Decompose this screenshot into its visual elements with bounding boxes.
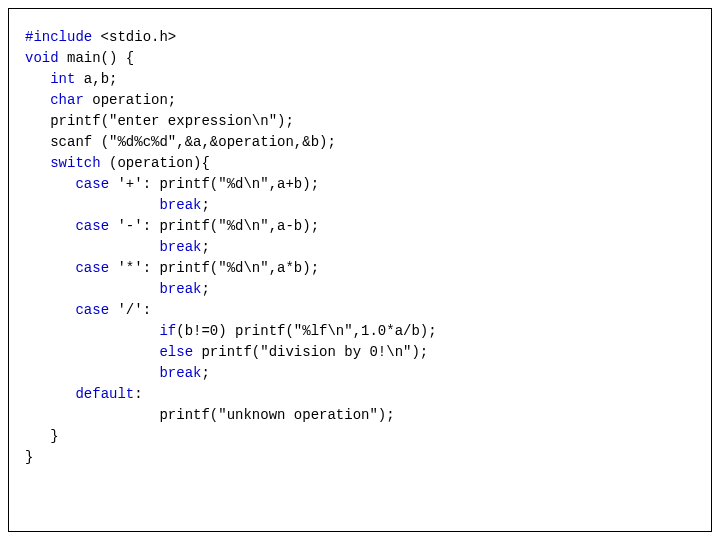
indent [25,260,75,276]
semi: ; [201,239,209,255]
kw-case: case [75,176,109,192]
kw-int: int [50,71,75,87]
indent [25,71,50,87]
txt-if: (b!=0) printf("%lf\n",1.0*a/b); [176,323,436,339]
kw-break: break [159,197,201,213]
indent [25,323,159,339]
indent [25,365,159,381]
semi: ; [201,197,209,213]
indent [25,344,159,360]
kw-case: case [75,218,109,234]
kw-break: break [159,365,201,381]
indent [25,92,50,108]
indent [25,386,75,402]
kw-break: break [159,281,201,297]
txt-char: operation; [84,92,176,108]
kw-else: else [159,344,193,360]
txt-default: : [134,386,142,402]
indent [25,302,75,318]
txt-include: <stdio.h> [92,29,176,45]
indent [25,134,50,150]
kw-switch: switch [50,155,100,171]
txt-switch: (operation){ [101,155,210,171]
txt-case-star: '*': printf("%d\n",a*b); [109,260,319,276]
txt-case-minus: '-': printf("%d\n",a-b); [109,218,319,234]
txt-case-plus: '+': printf("%d\n",a+b); [109,176,319,192]
kw-if: if [159,323,176,339]
txt-case-slash: '/': [109,302,151,318]
indent [25,407,159,423]
txt-main: main() { [59,50,135,66]
semi: ; [201,365,209,381]
indent [25,218,75,234]
indent [25,113,50,129]
txt-scanf: scanf ("%d%c%d",&a,&operation,&b); [50,134,336,150]
txt-else: printf("division by 0!\n"); [193,344,428,360]
txt-int: a,b; [75,71,117,87]
kw-char: char [50,92,84,108]
rbrace: } [25,428,59,444]
code-frame: #include <stdio.h> void main() { int a,b… [8,8,712,532]
kw-void: void [25,50,59,66]
indent [25,197,159,213]
kw-case: case [75,302,109,318]
kw-break: break [159,239,201,255]
rbrace: } [25,449,33,465]
indent [25,176,75,192]
code-block: #include <stdio.h> void main() { int a,b… [25,27,695,468]
txt-printf1: printf("enter expression\n"); [50,113,294,129]
semi: ; [201,281,209,297]
indent [25,155,50,171]
kw-default: default [75,386,134,402]
indent [25,281,159,297]
kw-case: case [75,260,109,276]
txt-default-printf: printf("unknown operation"); [159,407,394,423]
indent [25,239,159,255]
kw-include: #include [25,29,92,45]
